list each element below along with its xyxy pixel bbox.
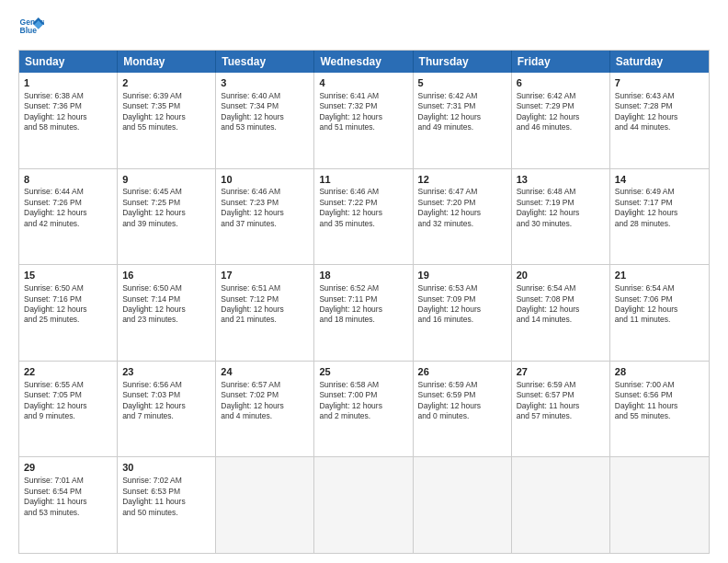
calendar-day-28: 28Sunrise: 7:00 AM Sunset: 6:56 PM Dayli… xyxy=(610,362,709,457)
day-number: 4 xyxy=(319,76,407,90)
day-number: 3 xyxy=(221,76,309,90)
calendar-day-29: 29Sunrise: 7:01 AM Sunset: 6:54 PM Dayli… xyxy=(19,457,118,553)
calendar-week-4: 22Sunrise: 6:55 AM Sunset: 7:05 PM Dayli… xyxy=(19,362,709,458)
day-number: 1 xyxy=(24,76,112,90)
day-info: Sunrise: 6:45 AM Sunset: 7:25 PM Dayligh… xyxy=(122,187,210,229)
calendar-day-18: 18Sunrise: 6:52 AM Sunset: 7:11 PM Dayli… xyxy=(314,265,413,361)
day-info: Sunrise: 6:48 AM Sunset: 7:19 PM Dayligh… xyxy=(517,187,605,229)
day-number: 7 xyxy=(615,76,704,90)
day-number: 5 xyxy=(418,76,506,90)
day-info: Sunrise: 6:40 AM Sunset: 7:34 PM Dayligh… xyxy=(221,91,309,133)
day-number: 22 xyxy=(24,365,112,379)
calendar-day-26: 26Sunrise: 6:59 AM Sunset: 6:59 PM Dayli… xyxy=(414,362,512,457)
header-day-sunday: Sunday xyxy=(19,51,118,73)
day-number: 30 xyxy=(122,461,210,475)
logo: General Blue xyxy=(18,15,48,40)
day-info: Sunrise: 6:58 AM Sunset: 7:00 PM Dayligh… xyxy=(319,380,407,422)
header-day-friday: Friday xyxy=(512,51,610,73)
calendar-day-12: 12Sunrise: 6:47 AM Sunset: 7:20 PM Dayli… xyxy=(414,169,512,265)
day-number: 14 xyxy=(615,173,704,187)
calendar-empty xyxy=(512,457,610,553)
calendar-day-10: 10Sunrise: 6:46 AM Sunset: 7:23 PM Dayli… xyxy=(216,169,314,265)
day-info: Sunrise: 6:57 AM Sunset: 7:02 PM Dayligh… xyxy=(221,380,309,422)
day-info: Sunrise: 7:01 AM Sunset: 6:54 PM Dayligh… xyxy=(24,476,112,518)
day-info: Sunrise: 6:59 AM Sunset: 6:59 PM Dayligh… xyxy=(418,380,506,422)
day-info: Sunrise: 6:46 AM Sunset: 7:22 PM Dayligh… xyxy=(319,187,407,229)
calendar-empty xyxy=(314,457,413,553)
day-info: Sunrise: 6:47 AM Sunset: 7:20 PM Dayligh… xyxy=(418,187,506,229)
day-info: Sunrise: 6:55 AM Sunset: 7:05 PM Dayligh… xyxy=(24,380,112,422)
day-number: 6 xyxy=(517,76,605,90)
day-info: Sunrise: 6:50 AM Sunset: 7:16 PM Dayligh… xyxy=(24,283,112,326)
day-number: 18 xyxy=(319,269,407,282)
calendar-day-7: 7Sunrise: 6:43 AM Sunset: 7:28 PM Daylig… xyxy=(610,73,709,168)
calendar-week-3: 15Sunrise: 6:50 AM Sunset: 7:16 PM Dayli… xyxy=(19,265,709,362)
calendar-day-23: 23Sunrise: 6:56 AM Sunset: 7:03 PM Dayli… xyxy=(118,362,216,457)
calendar-empty xyxy=(414,457,512,553)
day-info: Sunrise: 6:59 AM Sunset: 6:57 PM Dayligh… xyxy=(517,380,605,422)
header-day-wednesday: Wednesday xyxy=(314,51,413,73)
calendar-empty xyxy=(610,457,709,553)
day-number: 10 xyxy=(221,173,309,187)
header-day-monday: Monday xyxy=(118,51,216,73)
header-day-tuesday: Tuesday xyxy=(216,51,314,73)
day-number: 12 xyxy=(418,173,506,187)
day-info: Sunrise: 6:42 AM Sunset: 7:31 PM Dayligh… xyxy=(418,91,506,133)
header-day-thursday: Thursday xyxy=(414,51,512,73)
day-number: 21 xyxy=(615,269,704,282)
calendar-header: SundayMondayTuesdayWednesdayThursdayFrid… xyxy=(19,51,709,73)
day-info: Sunrise: 6:41 AM Sunset: 7:32 PM Dayligh… xyxy=(319,91,407,133)
day-number: 26 xyxy=(418,365,506,379)
day-number: 28 xyxy=(615,365,704,379)
day-info: Sunrise: 6:46 AM Sunset: 7:23 PM Dayligh… xyxy=(221,187,309,229)
day-info: Sunrise: 7:00 AM Sunset: 6:56 PM Dayligh… xyxy=(615,380,704,422)
calendar-day-16: 16Sunrise: 6:50 AM Sunset: 7:14 PM Dayli… xyxy=(118,265,216,361)
day-info: Sunrise: 6:53 AM Sunset: 7:09 PM Dayligh… xyxy=(418,283,506,326)
calendar-day-22: 22Sunrise: 6:55 AM Sunset: 7:05 PM Dayli… xyxy=(19,362,118,457)
calendar-week-2: 8Sunrise: 6:44 AM Sunset: 7:26 PM Daylig… xyxy=(19,169,709,266)
calendar-day-17: 17Sunrise: 6:51 AM Sunset: 7:12 PM Dayli… xyxy=(216,265,314,361)
calendar-day-9: 9Sunrise: 6:45 AM Sunset: 7:25 PM Daylig… xyxy=(118,169,216,265)
calendar-day-24: 24Sunrise: 6:57 AM Sunset: 7:02 PM Dayli… xyxy=(216,362,314,457)
day-number: 16 xyxy=(122,269,210,282)
calendar-day-19: 19Sunrise: 6:53 AM Sunset: 7:09 PM Dayli… xyxy=(414,265,512,361)
day-number: 19 xyxy=(418,269,506,282)
day-number: 25 xyxy=(319,365,407,379)
day-number: 9 xyxy=(122,173,210,187)
day-number: 23 xyxy=(122,365,210,379)
header-day-saturday: Saturday xyxy=(610,51,709,73)
day-number: 20 xyxy=(517,269,605,282)
calendar-day-11: 11Sunrise: 6:46 AM Sunset: 7:22 PM Dayli… xyxy=(314,169,413,265)
calendar-body: 1Sunrise: 6:38 AM Sunset: 7:36 PM Daylig… xyxy=(19,73,709,553)
day-info: Sunrise: 6:42 AM Sunset: 7:29 PM Dayligh… xyxy=(517,91,605,133)
day-number: 17 xyxy=(221,269,309,282)
calendar-day-15: 15Sunrise: 6:50 AM Sunset: 7:16 PM Dayli… xyxy=(19,265,118,361)
day-info: Sunrise: 6:52 AM Sunset: 7:11 PM Dayligh… xyxy=(319,283,407,326)
calendar-day-3: 3Sunrise: 6:40 AM Sunset: 7:34 PM Daylig… xyxy=(216,73,314,168)
calendar: SundayMondayTuesdayWednesdayThursdayFrid… xyxy=(18,50,710,554)
day-number: 27 xyxy=(517,365,605,379)
day-number: 2 xyxy=(122,76,210,90)
calendar-day-14: 14Sunrise: 6:49 AM Sunset: 7:17 PM Dayli… xyxy=(610,169,709,265)
calendar-empty xyxy=(216,457,314,553)
day-number: 13 xyxy=(517,173,605,187)
day-info: Sunrise: 6:39 AM Sunset: 7:35 PM Dayligh… xyxy=(122,91,210,133)
day-number: 11 xyxy=(319,173,407,187)
calendar-day-1: 1Sunrise: 6:38 AM Sunset: 7:36 PM Daylig… xyxy=(19,73,118,168)
calendar-day-25: 25Sunrise: 6:58 AM Sunset: 7:00 PM Dayli… xyxy=(314,362,413,457)
day-info: Sunrise: 6:54 AM Sunset: 7:08 PM Dayligh… xyxy=(517,283,605,326)
calendar-day-5: 5Sunrise: 6:42 AM Sunset: 7:31 PM Daylig… xyxy=(414,73,512,168)
calendar-day-13: 13Sunrise: 6:48 AM Sunset: 7:19 PM Dayli… xyxy=(512,169,610,265)
day-number: 29 xyxy=(24,461,112,475)
svg-text:Blue: Blue xyxy=(20,26,38,35)
day-info: Sunrise: 6:38 AM Sunset: 7:36 PM Dayligh… xyxy=(24,91,112,133)
day-info: Sunrise: 6:56 AM Sunset: 7:03 PM Dayligh… xyxy=(122,380,210,422)
day-number: 24 xyxy=(221,365,309,379)
day-info: Sunrise: 6:50 AM Sunset: 7:14 PM Dayligh… xyxy=(122,283,210,326)
day-number: 8 xyxy=(24,173,112,187)
day-info: Sunrise: 6:44 AM Sunset: 7:26 PM Dayligh… xyxy=(24,187,112,229)
day-number: 15 xyxy=(24,269,112,282)
calendar-day-27: 27Sunrise: 6:59 AM Sunset: 6:57 PM Dayli… xyxy=(512,362,610,457)
day-info: Sunrise: 6:43 AM Sunset: 7:28 PM Dayligh… xyxy=(615,91,704,133)
logo-icon: General Blue xyxy=(18,15,44,40)
